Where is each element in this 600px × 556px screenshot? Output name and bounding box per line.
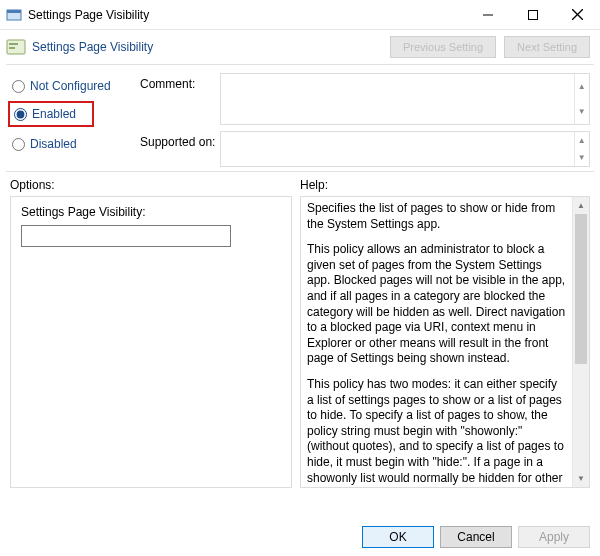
help-p3: This policy has two modes: it can either… — [307, 377, 566, 487]
chevron-down-icon[interactable]: ▼ — [575, 99, 589, 124]
settings-page-visibility-input[interactable] — [21, 225, 231, 247]
apply-button[interactable]: Apply — [518, 526, 590, 548]
options-panel: Settings Page Visibility: — [10, 196, 292, 488]
ok-button[interactable]: OK — [362, 526, 434, 548]
chevron-down-icon[interactable]: ▼ — [573, 470, 589, 487]
radio-disabled[interactable]: Disabled — [10, 133, 140, 155]
help-panel: Specifies the list of pages to show or h… — [300, 196, 590, 488]
scrollbar-track[interactable] — [573, 214, 589, 470]
radio-enabled-input[interactable] — [14, 108, 27, 121]
help-p1: Specifies the list of pages to show or h… — [307, 201, 566, 232]
radio-not-configured[interactable]: Not Configured — [10, 75, 140, 97]
help-scrollbar[interactable]: ▲ ▼ — [572, 197, 589, 487]
comment-field-wrap: ▲ ▼ — [220, 73, 590, 125]
close-button[interactable] — [555, 0, 600, 30]
supported-row: Supported on: ▲ ▼ — [140, 131, 590, 167]
app-icon — [6, 7, 22, 23]
svg-rect-7 — [9, 43, 18, 45]
help-heading: Help: — [300, 178, 328, 192]
svg-rect-1 — [7, 10, 21, 13]
policy-title: Settings Page Visibility — [32, 40, 382, 54]
dialog-footer: OK Cancel Apply — [0, 518, 600, 556]
cancel-button[interactable]: Cancel — [440, 526, 512, 548]
comment-scrollbar[interactable]: ▲ ▼ — [574, 74, 589, 124]
window-title: Settings Page Visibility — [28, 8, 465, 22]
policy-header: Settings Page Visibility Previous Settin… — [0, 30, 600, 64]
minimize-button[interactable] — [465, 0, 510, 30]
main-row: Settings Page Visibility: Specifies the … — [0, 196, 600, 488]
comment-label: Comment: — [140, 73, 220, 91]
help-text: Specifies the list of pages to show or h… — [301, 197, 572, 487]
scrollbar-thumb[interactable] — [575, 214, 587, 364]
svg-rect-8 — [9, 47, 15, 49]
comment-row: Comment: ▲ ▼ — [140, 73, 590, 125]
previous-setting-button[interactable]: Previous Setting — [390, 36, 496, 58]
radio-disabled-input[interactable] — [12, 138, 25, 151]
next-setting-button[interactable]: Next Setting — [504, 36, 590, 58]
supported-field-wrap: ▲ ▼ — [220, 131, 590, 167]
maximize-button[interactable] — [510, 0, 555, 30]
state-radios: Not Configured Enabled Disabled — [10, 73, 140, 167]
supported-label: Supported on: — [140, 131, 220, 149]
comment-field[interactable] — [221, 74, 574, 124]
radio-enabled[interactable]: Enabled — [8, 101, 94, 127]
radio-not-configured-input[interactable] — [12, 80, 25, 93]
chevron-up-icon[interactable]: ▲ — [573, 197, 589, 214]
options-heading: Options: — [10, 178, 300, 192]
section-labels: Options: Help: — [0, 172, 600, 196]
policy-state-row: Not Configured Enabled Disabled Comment:… — [0, 65, 600, 171]
chevron-up-icon[interactable]: ▲ — [575, 74, 589, 99]
radio-not-configured-label: Not Configured — [30, 79, 111, 93]
chevron-up-icon[interactable]: ▲ — [575, 132, 589, 149]
meta-form: Comment: ▲ ▼ Supported on: ▲ ▼ — [140, 73, 590, 167]
radio-disabled-label: Disabled — [30, 137, 77, 151]
help-p2: This policy allows an administrator to b… — [307, 242, 566, 367]
policy-icon — [6, 38, 26, 56]
title-bar: Settings Page Visibility — [0, 0, 600, 30]
chevron-down-icon[interactable]: ▼ — [575, 149, 589, 166]
options-field-label: Settings Page Visibility: — [21, 205, 281, 219]
supported-scrollbar[interactable]: ▲ ▼ — [574, 132, 589, 166]
svg-rect-3 — [528, 10, 537, 19]
supported-field — [221, 132, 574, 166]
radio-enabled-label: Enabled — [32, 107, 76, 121]
